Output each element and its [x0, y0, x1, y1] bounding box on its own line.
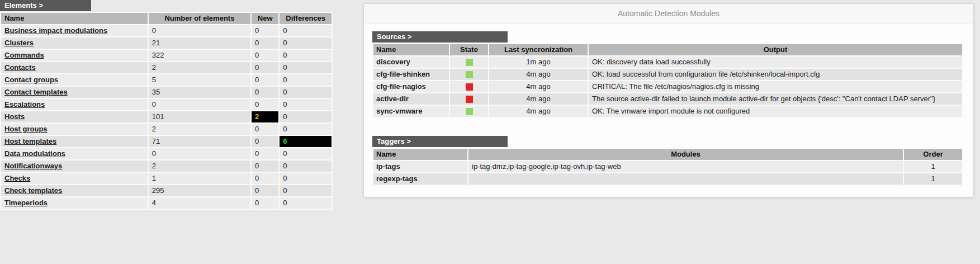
taggers-section-header: Taggers >	[372, 136, 508, 147]
element-count: 35	[149, 87, 250, 98]
column-header-count: Number of elements	[149, 13, 250, 24]
element-count: 322	[149, 50, 250, 61]
sources-table: Name State Last syncronization Output di…	[372, 43, 963, 118]
column-header-name: Name	[1, 13, 148, 24]
sources-section-header: Sources >	[372, 31, 508, 43]
element-new: 0	[252, 161, 278, 172]
element-diff: 0	[280, 185, 332, 196]
column-header-tagger-name: Name	[373, 149, 467, 160]
element-count: 295	[149, 185, 250, 196]
element-count: 101	[149, 111, 250, 122]
table-row: Hosts 101 2 0	[1, 111, 332, 122]
element-count: 4	[149, 197, 250, 209]
element-link[interactable]: Escalations	[4, 100, 45, 109]
element-new: 0	[252, 25, 278, 36]
element-new: 0	[252, 124, 278, 135]
source-name: cfg-file-shinken	[373, 69, 449, 80]
tagger-modules: ip-tag-dmz,ip-tag-google,ip-tag-ovh,ip-t…	[468, 161, 903, 172]
element-diff: 0	[280, 50, 332, 61]
panel-title: Automatic Detection Modules	[364, 4, 973, 23]
element-diff: 0	[280, 111, 332, 122]
table-row: Business impact modulations 0 0 0	[1, 25, 332, 36]
source-name: cfg-file-nagios	[373, 81, 449, 92]
element-diff: 0	[280, 148, 332, 159]
state-indicator	[466, 108, 473, 115]
tagger-row: regexp-tags 1	[373, 173, 962, 185]
state-indicator	[466, 83, 473, 91]
table-row: Notificationways 2 0 0	[1, 161, 332, 172]
element-link[interactable]: Timeperiods	[4, 199, 48, 207]
element-diff: 0	[280, 74, 332, 86]
elements-table: Name Number of elements New Differences …	[0, 12, 333, 210]
tagger-name: ip-tags	[373, 161, 467, 172]
sources-header-row: Name State Last syncronization Output	[373, 44, 962, 55]
element-link[interactable]: Contact templates	[4, 88, 68, 96]
element-count: 2	[149, 161, 250, 172]
element-link[interactable]: Check templates	[4, 186, 62, 195]
state-indicator	[466, 96, 473, 103]
tagger-order: 1	[904, 173, 962, 185]
element-new: 0	[252, 148, 278, 159]
element-link[interactable]: Host groups	[4, 125, 48, 133]
element-link[interactable]: Host templates	[4, 137, 56, 145]
element-count: 2	[149, 124, 250, 135]
element-link[interactable]: Data modulations	[4, 149, 65, 158]
column-header-new: New	[252, 13, 278, 24]
taggers-table: Name Modules Order ip-tags ip-tag-dmz,ip…	[372, 148, 963, 186]
element-link[interactable]: Contacts	[4, 63, 36, 72]
column-header-order: Order	[904, 149, 962, 160]
source-output: The source active-dir failed to launch m…	[589, 93, 962, 105]
element-link[interactable]: Business impact modulations	[4, 26, 107, 35]
column-header-last-sync: Last syncronization	[489, 44, 588, 55]
tagger-name: regexp-tags	[373, 173, 467, 185]
element-diff: 0	[280, 99, 332, 110]
element-new: 0	[252, 74, 278, 86]
table-row: Check templates 295 0 0	[1, 185, 332, 196]
source-row: discovery 1m ago OK: discovery data load…	[373, 56, 962, 68]
source-name: active-dir	[373, 93, 449, 105]
table-row: Host templates 71 0 6	[1, 136, 332, 147]
element-link[interactable]: Clusters	[4, 39, 34, 47]
element-link[interactable]: Commands	[4, 51, 44, 59]
table-row: Commands 322 0 0	[1, 50, 332, 61]
table-row: Contact groups 5 0 0	[1, 74, 332, 86]
element-count: 5	[149, 74, 250, 86]
element-count: 0	[149, 99, 250, 110]
detection-modules-panel: Automatic Detection Modules Sources > Na…	[363, 3, 974, 197]
element-diff: 0	[280, 87, 332, 98]
element-link[interactable]: Contact groups	[4, 76, 58, 84]
element-new: 0	[252, 99, 278, 110]
column-header-state: State	[450, 44, 488, 55]
state-indicator	[466, 59, 473, 66]
table-row: Checks 1 0 0	[1, 173, 332, 184]
element-diff-highlighted: 6	[280, 136, 332, 147]
source-row: active-dir 4m ago The source active-dir …	[373, 93, 962, 105]
element-link[interactable]: Hosts	[4, 112, 25, 121]
element-link[interactable]: Checks	[4, 174, 30, 182]
element-diff: 0	[280, 62, 332, 73]
element-count: 1	[149, 173, 250, 184]
element-diff: 0	[280, 173, 332, 184]
element-new: 0	[252, 50, 278, 61]
source-name: sync-vmware	[373, 106, 449, 117]
element-link[interactable]: Notificationways	[4, 162, 62, 170]
state-indicator	[466, 71, 473, 78]
tagger-row: ip-tags ip-tag-dmz,ip-tag-google,ip-tag-…	[373, 161, 962, 172]
elements-panel: Elements > Name Number of elements New D…	[0, 0, 333, 210]
elements-section-header: Elements >	[0, 0, 91, 11]
element-new: 0	[252, 185, 278, 196]
source-last-sync: 1m ago	[489, 56, 588, 68]
table-row: Contact templates 35 0 0	[1, 87, 332, 98]
source-output: CRITICAL: The file /etc/nagios/nagios.cf…	[589, 81, 962, 92]
element-new: 0	[252, 136, 278, 147]
element-diff: 0	[280, 161, 332, 172]
source-last-sync: 4m ago	[489, 81, 588, 92]
element-diff: 0	[280, 124, 332, 135]
source-last-sync: 4m ago	[489, 106, 588, 117]
table-row: Host groups 2 0 0	[1, 124, 332, 135]
source-name: discovery	[373, 56, 449, 68]
elements-header-row: Name Number of elements New Differences	[1, 13, 332, 24]
element-diff: 0	[280, 197, 332, 209]
table-row: Contacts 2 0 0	[1, 62, 332, 73]
element-new-highlighted: 2	[252, 111, 278, 122]
